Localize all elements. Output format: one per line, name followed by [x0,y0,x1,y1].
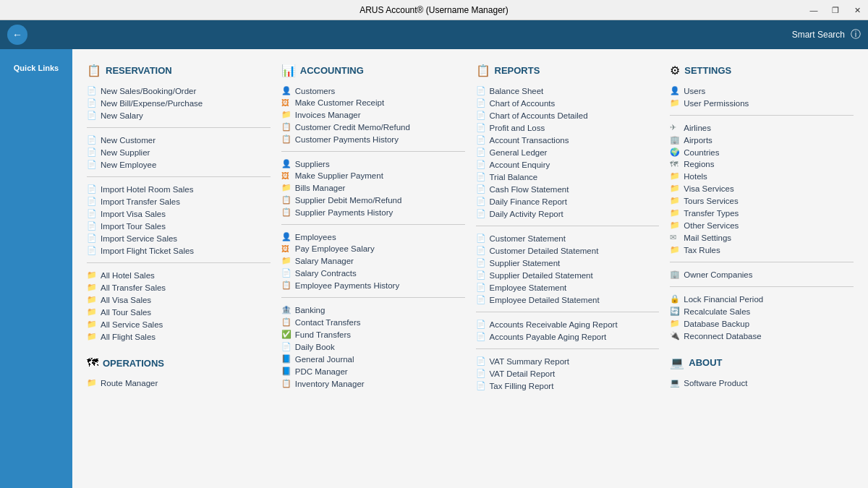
menu-ar-aging[interactable]: 📄 Accounts Receivable Aging Report [476,318,660,330]
menu-account-enquiry[interactable]: 📄 Account Enquiry [476,158,660,171]
menu-trial-balance[interactable]: 📄 Trial Balance [476,171,660,183]
menu-balance-sheet[interactable]: 📄 Balance Sheet [476,85,660,97]
menu-daily-finance-report[interactable]: 📄 Daily Finance Report [476,195,660,207]
menu-supplier-statement[interactable]: 📄 Supplier Statement [476,257,660,269]
menu-cash-flow-statement[interactable]: 📄 Cash Flow Statement [476,183,660,195]
menu-contact-transfers[interactable]: 📋 Contact Transfers [281,316,465,328]
menu-chart-of-accounts-detailed[interactable]: 📄 Chart of Accounts Detailed [476,109,660,121]
menu-new-customer[interactable]: 📄 New Customer [87,134,271,146]
menu-lock-financial[interactable]: 🔒 Lock Financial Period [670,293,854,305]
menu-recalculate-sales[interactable]: 🔄 Recalculate Sales [670,305,854,317]
pdc-manager-icon: 📘 [281,367,292,376]
menu-users[interactable]: 👤 Users [670,85,854,97]
menu-hotels[interactable]: 📁 Hotels [670,170,854,182]
menu-import-tour[interactable]: 📄 Import Tour Sales [87,220,271,232]
menu-vat-summary[interactable]: 📄 VAT Summary Report [476,355,660,367]
menu-daily-activity-report[interactable]: 📄 Daily Activity Report [476,207,660,220]
menu-supplier-detailed-statement[interactable]: 📄 Supplier Detailed Statement [476,269,660,281]
menu-software-product[interactable]: 💻 Software Product [670,377,854,389]
back-button[interactable]: ← [7,25,27,45]
menu-all-flight[interactable]: 📁 All Flight Sales [87,330,271,343]
menu-airlines[interactable]: ✈ Airlines [670,121,854,134]
menu-customer-payments[interactable]: 📋 Customer Payments History [281,133,465,145]
menu-visa-services[interactable]: 📁 Visa Services [670,182,854,194]
settings-column: ⚙ SETTINGS 👤 Users 📁 User Permissions ✈ … [670,60,854,392]
menu-customer-statement[interactable]: 📄 Customer Statement [476,232,660,244]
menu-employee-detailed-statement[interactable]: 📄 Employee Detailed Statement [476,294,660,306]
menu-all-service[interactable]: 📁 All Service Sales [87,318,271,330]
search-icon[interactable]: ⓘ [851,28,861,41]
general-journal-icon: 📘 [281,354,292,364]
menu-tax-filling[interactable]: 📄 Tax Filling Report [476,380,660,392]
menu-employees[interactable]: 👤 Employees [281,231,465,243]
menu-import-service[interactable]: 📄 Import Service Sales [87,232,271,244]
menu-reconnect-database[interactable]: 🔌 Reconnect Database [670,330,854,342]
menu-import-flight[interactable]: 📄 Import Flight Ticket Sales [87,244,271,257]
menu-database-backup[interactable]: 📁 Database Backup [670,317,854,330]
menu-make-customer-receipt[interactable]: 🖼 Make Customer Receipt [281,97,465,108]
menu-regions[interactable]: 🗺 Regions [670,158,854,170]
menu-other-services[interactable]: 📁 Other Services [670,219,854,231]
menu-all-tour[interactable]: 📁 All Tour Sales [87,306,271,318]
menu-new-sales[interactable]: 📄 New Sales/Booking/Order [87,85,271,97]
menu-employee-payments[interactable]: 📋 Employee Payments History [281,279,465,291]
menu-bills-manager[interactable]: 📁 Bills Manager [281,181,465,194]
sidebar: Quick Links [0,49,72,488]
chart-accounts-detailed-icon: 📄 [476,111,486,120]
menu-user-permissions[interactable]: 📁 User Permissions [670,97,854,109]
menu-all-hotel[interactable]: 📁 All Hotel Sales [87,269,271,281]
close-button[interactable]: ✕ [846,0,868,20]
tours-services-icon: 📁 [670,196,680,205]
menu-chart-of-accounts[interactable]: 📄 Chart of Accounts [476,97,660,109]
menu-inventory-manager[interactable]: 📋 Inventory Manager [281,377,465,390]
menu-import-transfer[interactable]: 📄 Import Transfer Sales [87,195,271,207]
menu-import-hotel[interactable]: 📄 Import Hotel Room Sales [87,183,271,195]
menu-pay-employee[interactable]: 🖼 Pay Employee Salary [281,243,465,254]
users-icon: 👤 [670,86,680,95]
menu-account-transactions[interactable]: 📄 Account Transactions [476,134,660,146]
minimize-button[interactable]: — [803,0,825,20]
menu-general-journal[interactable]: 📘 General Journal [281,353,465,365]
menu-new-employee[interactable]: 📄 New Employee [87,158,271,171]
menu-employee-statement[interactable]: 📄 Employee Statement [476,281,660,294]
main-layout: Quick Links 📋 RESERVATION 📄 New Sales/Bo… [0,49,868,488]
menu-profit-loss[interactable]: 📄 Profit and Loss [476,121,660,134]
menu-mail-settings[interactable]: ✉ Mail Settings [670,231,854,244]
menu-tax-rules[interactable]: 📁 Tax Rules [670,244,854,256]
menu-banking[interactable]: 🏦 Banking [281,304,465,316]
menu-customer-detailed-statement[interactable]: 📄 Customer Detailed Statement [476,244,660,257]
visa-services-icon: 📁 [670,184,680,193]
menu-owner-companies[interactable]: 🏢 Owner Companies [670,268,854,281]
menu-supplier-debit-memo[interactable]: 📋 Supplier Debit Memo/Refund [281,194,465,206]
customer-payments-icon: 📋 [281,134,292,144]
menu-make-supplier-payment[interactable]: 🖼 Make Supplier Payment [281,170,465,181]
menu-vat-detail[interactable]: 📄 VAT Detail Report [476,367,660,380]
top-bar-right: Smart Search ⓘ [792,28,861,41]
menu-pdc-manager[interactable]: 📘 PDC Manager [281,365,465,377]
menu-all-transfer[interactable]: 📁 All Transfer Sales [87,281,271,294]
menu-salary-contracts[interactable]: 📄 Salary Contracts [281,267,465,279]
menu-general-ledger[interactable]: 📄 General Ledger [476,146,660,158]
accounting-title: ACCOUNTING [300,65,364,76]
menu-tours-services[interactable]: 📁 Tours Services [670,194,854,207]
menu-ap-aging[interactable]: 📄 Accounts Payable Aging Report [476,330,660,343]
menu-new-supplier[interactable]: 📄 New Supplier [87,146,271,158]
menu-supplier-payments[interactable]: 📋 Supplier Payments History [281,206,465,218]
maximize-button[interactable]: ❐ [825,0,846,20]
menu-fund-transfers[interactable]: ✅ Fund Transfers [281,328,465,341]
menu-customers[interactable]: 👤 Customers [281,85,465,97]
menu-new-salary[interactable]: 📄 New Salary [87,109,271,121]
menu-new-bill[interactable]: 📄 New Bill/Expense/Purchase [87,97,271,109]
menu-all-visa[interactable]: 📁 All Visa Sales [87,294,271,306]
menu-daily-book[interactable]: 📄 Daily Book [281,341,465,353]
menu-customer-credit-memo[interactable]: 📋 Customer Credit Memo/Refund [281,121,465,133]
menu-transfer-types[interactable]: 📁 Transfer Types [670,207,854,219]
menu-salary-manager[interactable]: 📁 Salary Manager [281,254,465,267]
menu-import-visa[interactable]: 📄 Import Visa Sales [87,207,271,220]
menu-suppliers[interactable]: 👤 Suppliers [281,158,465,170]
menu-airports[interactable]: 🏢 Airports [670,134,854,146]
reservation-title: RESERVATION [106,65,172,76]
menu-route-manager[interactable]: 📁 Route Manager [87,377,271,389]
menu-countries[interactable]: 🌍 Countries [670,146,854,158]
menu-invoices-manager[interactable]: 📁 Invoices Manager [281,108,465,121]
